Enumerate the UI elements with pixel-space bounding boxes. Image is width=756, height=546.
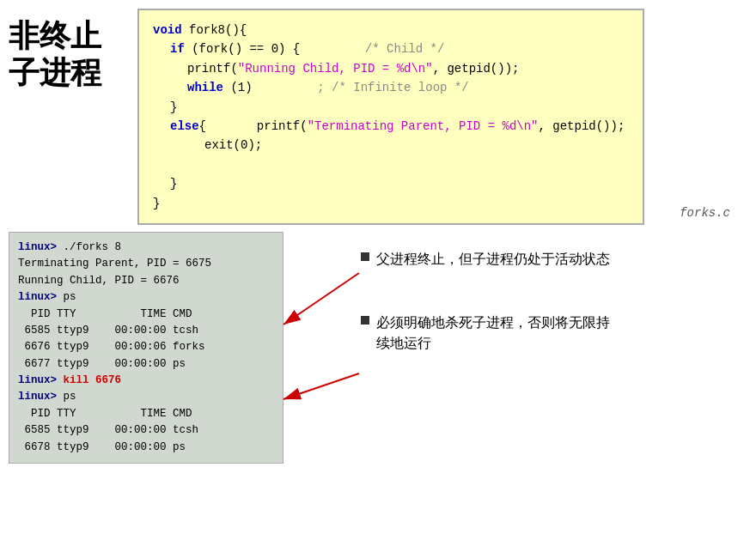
- code-block: void fork8(){ if (fork() == 0) { /* ann1…: [137, 9, 644, 225]
- arrow-1: [284, 273, 359, 325]
- terminal-line: linux> ps: [18, 289, 274, 306]
- terminal-line: linux> ps: [18, 389, 274, 405]
- terminal-line: PID TTY TIME CMD: [18, 406, 274, 422]
- page-title: 非终止 子进程: [9, 17, 101, 91]
- terminal-line: 6585 ttyp9 00:00:00 tcsh: [18, 422, 274, 439]
- annotation-1: 父进程终止，但子进程仍处于活动状态: [361, 249, 617, 270]
- annotations-container: 父进程终止，但子进程仍处于活动状态 必须明确地杀死子进程，否则将无限持续地运行: [361, 249, 617, 388]
- annotation-2: 必须明确地杀死子进程，否则将无限持续地运行: [361, 312, 617, 354]
- terminal-line: 6678 ttyp9 00:00:00 ps: [18, 440, 274, 456]
- terminal-line: 6676 ttyp9 00:00:06 forks: [18, 339, 274, 355]
- terminal-line: 6585 ttyp9 00:00:00 tcsh: [18, 323, 274, 339]
- terminal-line: 6677 ttyp9 00:00:00 ps: [18, 356, 274, 373]
- annotation-text-1: 父进程终止，但子进程仍处于活动状态: [376, 249, 610, 270]
- bullet-icon-1: [361, 252, 369, 261]
- terminal-block: linux> ./forks 8 Terminating Parent, PID…: [9, 232, 284, 464]
- bullet-icon-2: [361, 316, 369, 325]
- terminal-line: Terminating Parent, PID = 6675: [18, 256, 274, 272]
- annotation-text-2: 必须明确地杀死子进程，否则将无限持续地运行: [376, 312, 617, 354]
- terminal-line: linux> ./forks 8: [18, 240, 274, 256]
- filename-label: forks.c: [680, 206, 730, 220]
- terminal-line: Running Child, PID = 6676: [18, 273, 274, 289]
- terminal-line-kill: linux> kill 6676: [18, 373, 274, 389]
- terminal-line: PID TTY TIME CMD: [18, 306, 274, 323]
- arrow-2: [284, 373, 359, 399]
